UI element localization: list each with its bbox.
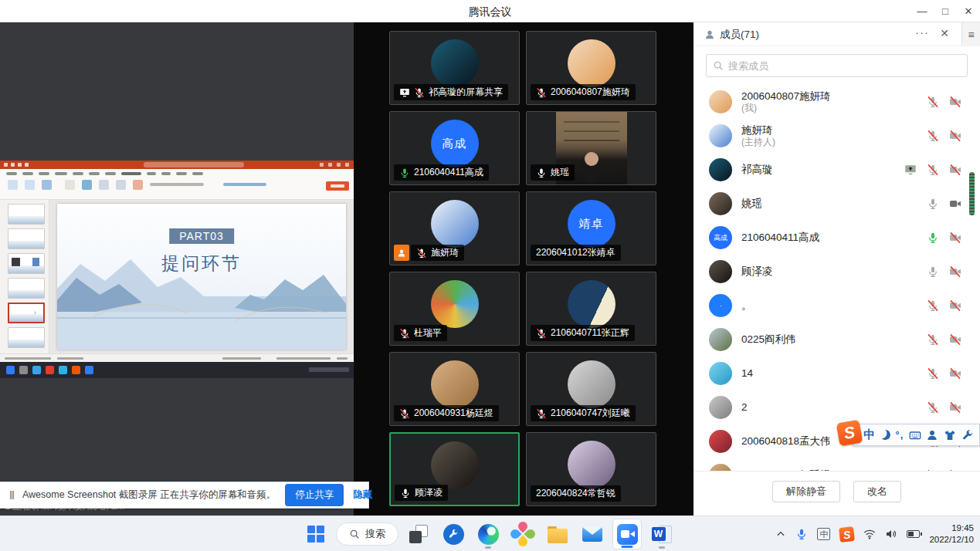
file-explorer-app[interactable] [543,519,572,549]
camera-status-icon[interactable] [949,401,961,414]
taskbar-clock[interactable]: 19:45 2022/12/10 [929,522,974,546]
close-button[interactable]: ✕ [957,5,980,17]
camera-status-icon[interactable] [949,265,961,278]
camera-status-icon[interactable] [949,198,961,210]
sogou-logo[interactable]: S [836,420,863,447]
tencent-meeting-app[interactable] [612,519,642,549]
camera-status-icon[interactable] [949,130,961,142]
tray-mic-icon[interactable] [795,528,808,540]
wifi-icon[interactable] [863,528,876,540]
video-tile[interactable]: 2106040747刘廷曦 [526,352,656,426]
mic-status-icon[interactable] [927,367,939,380]
mic-status-icon[interactable] [927,265,939,278]
stop-sharing-button[interactable]: 停止共享 [285,484,344,506]
video-tile[interactable]: 祁高璇的屏幕共享 [389,31,520,105]
windows-logo-icon [307,526,324,543]
member-row[interactable]: 顾泽凌 [693,255,980,289]
mic-status-icon[interactable] [927,232,939,244]
hide-button[interactable]: 隐藏 [353,488,372,502]
member-row[interactable]: 2006040807施妍琦 (我) [693,85,980,119]
member-row[interactable]: 姚瑶 [693,187,980,221]
tray-sogou-icon[interactable]: S [839,526,855,543]
video-tile[interactable]: 2206040824常哲锐 [526,432,656,506]
avatar [709,430,732,453]
mic-status-icon[interactable] [927,96,939,108]
video-tile[interactable]: 2006040931杨廷煜 [389,352,520,426]
ppt-thumbnail-4 [8,278,45,299]
member-row[interactable]: 祁高璇 [693,153,980,187]
tile-name-label: 2106040711张正辉 [531,325,635,341]
clock-time: 19:45 [929,522,974,534]
member-row[interactable]: 14 [693,357,980,390]
video-tile[interactable]: 姚瑶 [526,111,656,185]
avatar [709,362,732,385]
member-row[interactable]: · 。 [693,289,980,323]
video-tile[interactable]: 2106040711张正辉 [526,272,656,346]
ime-punctuation-button[interactable]: °, [895,429,904,441]
avatar [431,360,479,408]
word-app[interactable]: W [647,519,677,549]
slide-mountain-art [57,204,346,350]
tray-expand-chevron[interactable] [775,529,786,539]
video-tile[interactable]: 施妍琦 [389,191,520,265]
mic-status-icon[interactable] [927,401,939,414]
tray-ime-indicator[interactable]: 中 [817,528,830,540]
rename-button[interactable]: 改名 [853,481,901,502]
ime-toolbox-wrench-icon[interactable] [961,429,974,441]
maximize-button[interactable]: □ [934,5,957,17]
member-search-box[interactable] [706,54,968,77]
video-tile[interactable]: 2006040807施妍琦 [526,31,656,105]
video-tile[interactable]: 靖卓 2206041012张靖卓 [526,191,656,265]
unmute-button[interactable]: 解除静音 [772,481,840,502]
video-tile[interactable]: 顾泽凌 [389,432,520,506]
panel-more-button[interactable]: ··· [915,25,929,39]
battery-icon[interactable] [907,530,920,538]
camera-status-icon[interactable] [949,333,961,346]
taskbar-search[interactable]: 搜索 [336,522,398,546]
member-row[interactable]: 2 [693,390,980,424]
panel-close-button[interactable]: ✕ [940,27,949,39]
avatar [709,396,732,419]
member-name: 施妍琦 [741,124,927,137]
panel-layout-menu-button[interactable]: ≡ [961,22,980,46]
video-tile[interactable]: 高成 2106040411高成 [389,111,520,185]
edge-browser-app[interactable] [473,519,503,549]
member-row[interactable]: 0225阎利伟 [693,323,980,357]
camera-status-icon[interactable] [949,299,961,312]
camera-status-icon[interactable] [949,367,961,380]
camera-status-icon[interactable] [949,232,961,244]
ime-voice-person-icon[interactable] [926,429,938,441]
member-search-input[interactable] [728,60,961,72]
screen-share-icon [399,87,410,98]
task-view-button[interactable] [404,519,433,549]
member-list-scrollbar[interactable] [969,172,975,215]
camera-status-icon[interactable] [949,164,961,176]
ime-fullhalf-moon-icon[interactable] [879,429,891,441]
mic-status-icon[interactable] [927,164,939,176]
start-button[interactable] [301,519,331,549]
mail-app[interactable] [578,519,607,549]
tile-name-label: 2206040824常哲锐 [531,485,621,502]
volume-icon[interactable] [885,528,897,540]
minimize-button[interactable]: — [910,5,934,17]
mic-status-icon[interactable] [927,299,939,312]
mic-status-icon[interactable] [927,333,939,346]
wrench-circle-icon [443,524,464,545]
mic-status-icon[interactable] [927,198,939,210]
photos-flower-app[interactable] [508,519,537,549]
member-row[interactable]: 施妍琦 (主持人) [693,119,980,153]
ime-keyboard-icon[interactable] [909,429,921,441]
avatar [431,441,479,489]
mic-status-icon[interactable] [927,130,939,142]
driver-tool-app[interactable] [439,519,468,549]
app-window: 腾讯会议 — □ ✕ 正在讲话: 顾泽凌, 姚瑶, Z... [0,0,980,551]
ime-skin-tshirt-icon[interactable] [944,429,956,441]
ime-lang-button[interactable]: 中 [863,428,875,442]
ppt-ribbon [0,169,354,200]
shared-powerpoint-window: › PART03 [0,161,354,378]
video-tile[interactable]: 杜瑞平 [389,272,520,346]
participant-name: 施妍琦 [431,246,459,259]
members-panel-footer: 解除静音 改名 [693,471,980,511]
camera-status-icon[interactable] [949,96,961,108]
member-row[interactable]: 高成 2106040411高成 [693,221,980,255]
